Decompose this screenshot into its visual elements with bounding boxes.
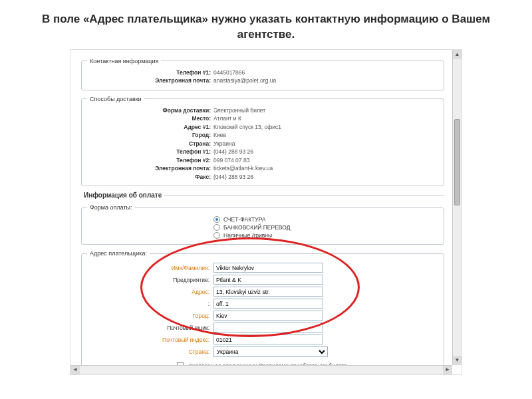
payer-city-input[interactable] — [213, 311, 323, 321]
contact-legend: Контактная информация — [87, 58, 161, 65]
payment-info-legend: Информация об оплате — [81, 192, 164, 199]
payment-radio-bank[interactable]: БАНКОВСКИЙ ПЕРЕВОД — [213, 224, 438, 231]
payer-company-input[interactable] — [213, 275, 323, 285]
delivery-email-value: tickets@atlant-k.kiev.ua — [213, 165, 273, 172]
delivery-phone1-value: (044) 288 93 26 — [213, 148, 253, 156]
payment-radio-invoice[interactable]: СЧЕТ-ФАКТУРА — [213, 216, 438, 223]
payer-address-label: Адрес: — [87, 289, 213, 295]
payer-country-select[interactable]: Украина — [213, 346, 328, 357]
payer-address-input[interactable] — [213, 287, 323, 297]
delivery-city-label: Город: — [87, 132, 213, 139]
payer-address2-input[interactable] — [213, 299, 323, 309]
payment-form-legend: Форма оплаты: — [87, 204, 135, 211]
app-window: Контактная информация Телефон #1: 044501… — [70, 49, 462, 375]
payer-address2-label: : — [87, 301, 213, 307]
contact-email-value: anastasiya@polet.org.ua — [213, 77, 276, 84]
payer-pobox-label: Почтовый ящик: — [87, 325, 213, 331]
payer-zip-label: Почтовый индекс: — [87, 336, 213, 343]
payer-pobox-input[interactable] — [213, 323, 323, 332]
payer-legend: Адрес плательщика: — [87, 250, 150, 257]
scroll-right-icon[interactable]: ► — [443, 366, 452, 374]
scrollbar-vertical[interactable]: ▲ ▼ — [452, 50, 462, 365]
scroll-up-icon[interactable]: ▲ — [453, 50, 462, 59]
delivery-phone2-value: 099 074 07 83 — [213, 157, 249, 164]
delivery-city-value: Киев — [213, 132, 226, 139]
delivery-country-value: Украина — [213, 140, 235, 148]
delivery-fax-label: Факс: — [87, 174, 213, 181]
delivery-phone1-label: Телефон #1: — [87, 148, 213, 156]
contact-phone1-label: Телефон #1: — [87, 69, 213, 76]
delivery-phone2-label: Телефон #2: — [87, 157, 213, 164]
delivery-group: Способы доставки Форма доставки:Электрон… — [81, 96, 444, 186]
payment-form-group: Форма оплаты: СЧЕТ-ФАКТУРА БАНКОВСКИЙ ПЕ… — [81, 204, 444, 245]
delivery-email-label: Электронная почта: — [87, 165, 213, 172]
radio-icon — [213, 216, 220, 223]
payer-name-input[interactable] — [213, 263, 323, 273]
delivery-method-label: Форма доставки: — [87, 107, 213, 114]
payer-group: Адрес плательщика: Имя/Фамилия: Предприя… — [81, 250, 444, 374]
contact-phone1-value: 0445017866 — [213, 69, 245, 76]
delivery-addr1-value: Кловский спуск 13, офис1 — [213, 124, 281, 131]
delivery-legend: Способы доставки — [87, 96, 144, 102]
payment-info-heading: Информация об оплате — [81, 192, 444, 199]
contact-email-label: Электронная почта: — [87, 77, 213, 84]
scroll-thumb[interactable] — [454, 119, 460, 205]
payer-zip-input[interactable] — [213, 334, 323, 344]
payer-name-label: Имя/Фамилия: — [87, 265, 213, 271]
payment-option-invoice: СЧЕТ-ФАКТУРА — [223, 216, 265, 223]
payment-option-bank: БАНКОВСКИЙ ПЕРЕВОД — [223, 224, 290, 231]
delivery-place-value: Атлант и К — [213, 115, 241, 122]
payer-country-label: Страна: — [87, 348, 213, 355]
contact-group: Контактная информация Телефон #1: 044501… — [81, 58, 444, 90]
radio-icon — [213, 224, 220, 231]
payer-city-label: Город: — [87, 313, 213, 319]
scroll-track[interactable] — [453, 59, 462, 356]
delivery-country-label: Страна: — [87, 140, 213, 148]
scroll-down-icon[interactable]: ▼ — [453, 356, 462, 365]
payer-company-label: Предприятие: — [87, 277, 213, 283]
payment-option-cash: Наличные /гривны — [223, 232, 272, 239]
delivery-addr1-label: Адрес #1: — [87, 124, 213, 131]
scrollbar-horizontal[interactable]: ◄ ► — [70, 365, 452, 374]
delivery-method-value: Электронный билет — [213, 107, 265, 114]
delivery-fax-value: (044) 288 93 26 — [213, 174, 253, 181]
delivery-place-label: Место: — [87, 115, 213, 122]
slide-title: В поле «Адрес плательщика» нужно указать… — [40, 12, 492, 43]
scroll-left-icon[interactable]: ◄ — [70, 366, 80, 374]
payment-radio-cash[interactable]: Наличные /гривны — [213, 232, 438, 239]
radio-icon — [213, 232, 220, 239]
